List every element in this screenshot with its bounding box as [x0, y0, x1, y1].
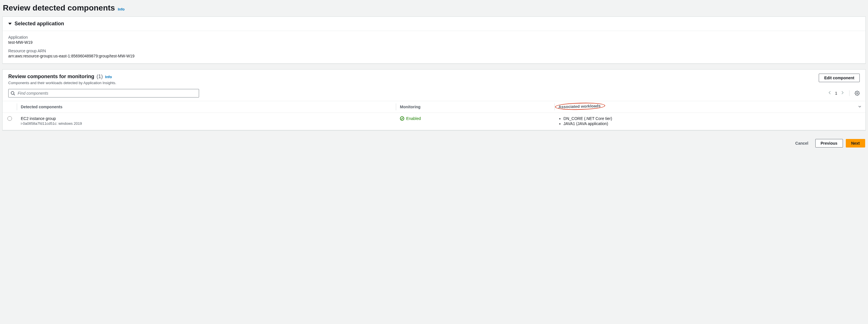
search-wrap: [8, 89, 199, 98]
selected-application-body: Application test-MW-W19 Resource group A…: [3, 31, 865, 63]
search-icon: [10, 91, 15, 96]
component-name: EC2 instance group: [21, 116, 392, 121]
settings-button[interactable]: [855, 91, 860, 96]
workload-item: DN_CORE (.NET Core tier): [564, 116, 862, 121]
check-circle-icon: [400, 116, 404, 121]
components-panel: Review components for monitoring (1) Inf…: [2, 69, 866, 131]
caret-down-icon: [8, 23, 12, 25]
highlight-circle: Associated workloads: [555, 102, 605, 111]
components-description: Components and their workloads detected …: [8, 81, 116, 85]
col-select: [3, 101, 17, 113]
application-label: Application: [8, 35, 860, 39]
pager-prev[interactable]: [828, 91, 831, 96]
selected-application-title: Selected application: [14, 21, 64, 27]
info-link[interactable]: Info: [118, 7, 125, 11]
svg-point-0: [11, 92, 14, 94]
footer-actions: Cancel Previous Next: [2, 136, 866, 149]
components-info-link[interactable]: Info: [105, 75, 112, 79]
search-input[interactable]: [8, 89, 199, 98]
cancel-button[interactable]: Cancel: [792, 139, 812, 147]
edit-component-button[interactable]: Edit component: [819, 74, 860, 82]
workload-item: JAVA1 (JAVA application): [564, 121, 862, 126]
pager: 1: [828, 91, 860, 96]
pager-page-number: 1: [835, 91, 837, 96]
components-header-row: Review components for monitoring (1) Inf…: [3, 70, 865, 87]
svg-point-2: [857, 93, 858, 94]
divider: [849, 91, 849, 96]
col-workloads[interactable]: Associated workloads: [554, 101, 854, 113]
column-settings-icon: [858, 105, 862, 108]
component-subtitle: i-0a0858a7fd11cd51c: windows 2019: [21, 121, 392, 125]
workloads-list: DN_CORE (.NET Core tier) JAVA1 (JAVA app…: [558, 116, 862, 126]
monitoring-status: Enabled: [400, 116, 421, 121]
svg-line-1: [14, 94, 15, 95]
col-monitoring[interactable]: Monitoring: [396, 101, 554, 113]
page-title-row: Review detected components Info: [2, 2, 866, 16]
col-settings[interactable]: [854, 101, 865, 113]
components-title-block: Review components for monitoring (1) Inf…: [8, 74, 116, 85]
components-title: Review components for monitoring: [8, 74, 94, 80]
arn-value: arn:aws:resource-groups:us-east-1:856960…: [8, 54, 860, 58]
components-count: (1): [97, 74, 103, 80]
arn-label: Resource group ARN: [8, 48, 860, 53]
col-detected[interactable]: Detected components: [17, 101, 396, 113]
components-table: Detected components Monitoring Associate…: [3, 101, 865, 130]
previous-button[interactable]: Previous: [815, 139, 843, 147]
table-row: EC2 instance group i-0a0858a7fd11cd51c: …: [3, 113, 865, 130]
pager-next[interactable]: [841, 91, 844, 96]
selected-application-panel: Selected application Application test-MW…: [2, 16, 866, 64]
next-button[interactable]: Next: [846, 139, 865, 147]
components-toolbar: 1: [3, 87, 865, 101]
application-value: test-MW-W19: [8, 40, 860, 45]
row-select-radio[interactable]: [7, 116, 12, 121]
page-title: Review detected components: [3, 3, 115, 12]
selected-application-header[interactable]: Selected application: [3, 17, 865, 31]
